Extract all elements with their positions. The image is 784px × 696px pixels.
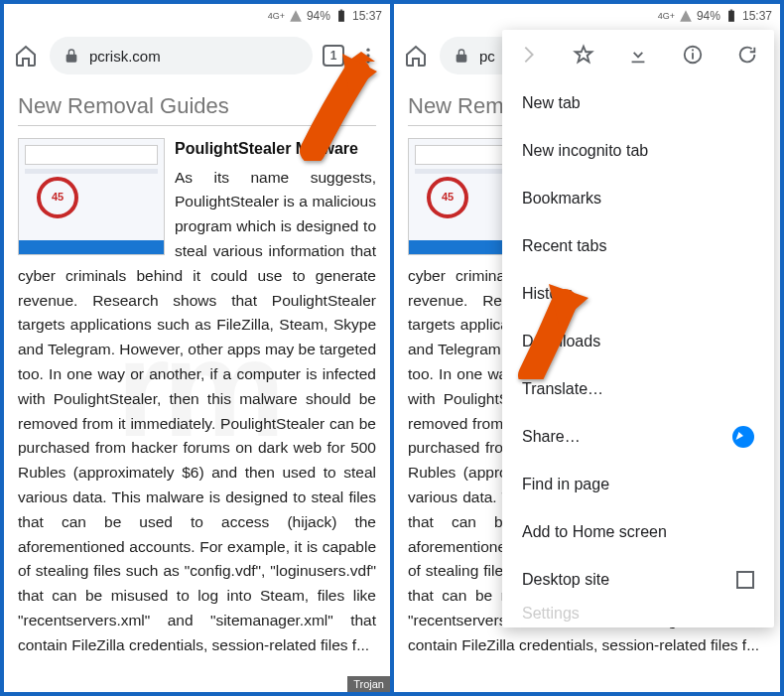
svg-rect-5 — [728, 11, 734, 22]
menu-item-translate[interactable]: Translate… — [502, 365, 774, 413]
clock: 15:37 — [352, 9, 382, 23]
section-title: New Removal Guides — [18, 93, 376, 126]
forward-button[interactable] — [515, 41, 543, 69]
screen-left: 4G+ 94% 15:37 pcrisk.com 1 rm New Remova… — [4, 4, 390, 692]
signal-icon — [679, 9, 693, 23]
more-menu-button[interactable] — [354, 42, 382, 70]
lock-icon — [454, 48, 469, 64]
menu-item-downloads[interactable]: Downloads — [502, 318, 774, 365]
clock: 15:37 — [742, 9, 772, 23]
url-text: pc — [479, 48, 495, 65]
article-thumbnail[interactable]: 45 — [18, 138, 165, 255]
svg-rect-1 — [340, 10, 342, 11]
svg-point-2 — [366, 49, 369, 52]
battery-icon — [334, 9, 348, 23]
menu-item-find[interactable]: Find in page — [502, 461, 774, 508]
menu-item-new-incognito[interactable]: New incognito tab — [502, 127, 774, 175]
article: 45 PoulightStealer Malware As its name s… — [18, 136, 376, 658]
info-button[interactable] — [679, 41, 707, 69]
browser-toolbar: pcrisk.com 1 — [4, 28, 390, 83]
url-text: pcrisk.com — [89, 48, 161, 65]
url-bar[interactable]: pcrisk.com — [50, 37, 313, 74]
status-bar: 4G+ 94% 15:37 — [4, 4, 390, 28]
home-button[interactable] — [402, 42, 430, 70]
menu-item-desktop-site[interactable]: Desktop site — [502, 556, 774, 604]
messenger-icon — [732, 426, 754, 448]
menu-top-actions — [502, 30, 774, 79]
status-bar: 4G+ 94% 15:37 — [394, 4, 780, 28]
menu-item-settings[interactable]: Settings — [502, 604, 774, 624]
battery-pct: 94% — [697, 9, 720, 23]
page-content: rm New Removal Guides 45 PoulightStealer… — [4, 83, 390, 692]
menu-item-new-tab[interactable]: New tab — [502, 79, 774, 127]
menu-item-share[interactable]: Share… — [502, 413, 774, 461]
screen-right: 4G+ 94% 15:37 pc rm New Removal Guides 4… — [394, 4, 780, 692]
download-button[interactable] — [624, 41, 652, 69]
menu-item-bookmarks[interactable]: Bookmarks — [502, 175, 774, 222]
overflow-menu: New tab New incognito tab Bookmarks Rece… — [502, 30, 774, 627]
svg-point-3 — [366, 54, 369, 57]
svg-point-4 — [366, 60, 369, 63]
menu-item-add-home[interactable]: Add to Home screen — [502, 508, 774, 556]
battery-icon — [724, 9, 738, 23]
menu-item-recent-tabs[interactable]: Recent tabs — [502, 222, 774, 270]
bookmark-star-button[interactable] — [570, 41, 597, 69]
network-label: 4G+ — [268, 11, 285, 21]
category-tag[interactable]: Trojan — [347, 676, 390, 692]
svg-rect-0 — [338, 11, 344, 22]
svg-rect-6 — [730, 10, 732, 11]
svg-rect-9 — [692, 50, 694, 52]
menu-item-history[interactable]: History — [502, 270, 774, 318]
lock-icon — [64, 48, 79, 64]
battery-pct: 94% — [307, 9, 330, 23]
home-button[interactable] — [12, 42, 40, 70]
tab-switcher[interactable]: 1 — [323, 45, 344, 67]
signal-icon — [289, 9, 303, 23]
network-label: 4G+ — [658, 11, 675, 21]
reload-button[interactable] — [733, 41, 761, 69]
svg-rect-8 — [692, 53, 694, 59]
desktop-site-checkbox[interactable] — [736, 571, 754, 589]
